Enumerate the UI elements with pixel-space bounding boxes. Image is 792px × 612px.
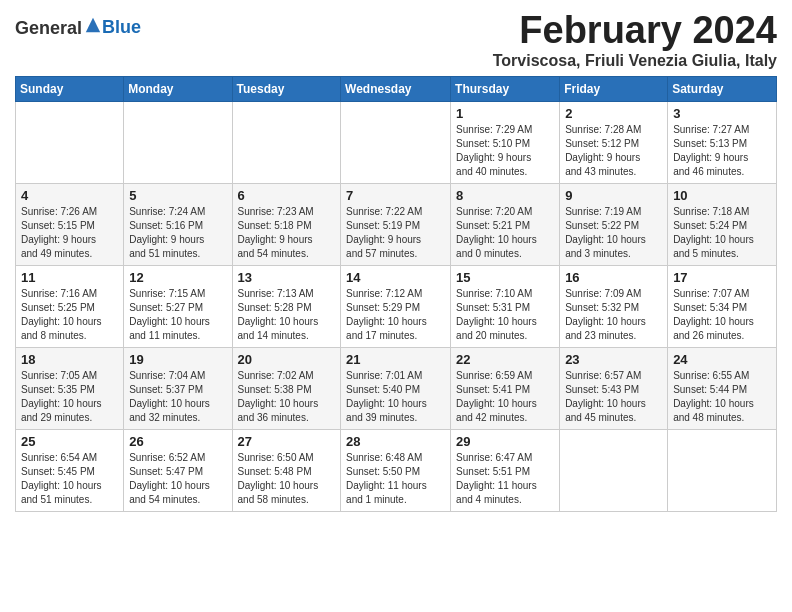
week-row-5: 25Sunrise: 6:54 AMSunset: 5:45 PMDayligh… (16, 429, 777, 511)
day-info: Sunrise: 7:26 AMSunset: 5:15 PMDaylight:… (21, 205, 118, 261)
calendar-cell: 15Sunrise: 7:10 AMSunset: 5:31 PMDayligh… (451, 265, 560, 347)
calendar-cell: 18Sunrise: 7:05 AMSunset: 5:35 PMDayligh… (16, 347, 124, 429)
calendar-cell: 29Sunrise: 6:47 AMSunset: 5:51 PMDayligh… (451, 429, 560, 511)
month-title: February 2024 (493, 10, 777, 52)
calendar-cell: 12Sunrise: 7:15 AMSunset: 5:27 PMDayligh… (124, 265, 232, 347)
day-info: Sunrise: 7:13 AMSunset: 5:28 PMDaylight:… (238, 287, 336, 343)
calendar-cell (232, 101, 341, 183)
calendar-cell: 1Sunrise: 7:29 AMSunset: 5:10 PMDaylight… (451, 101, 560, 183)
day-info: Sunrise: 7:09 AMSunset: 5:32 PMDaylight:… (565, 287, 662, 343)
week-row-1: 1Sunrise: 7:29 AMSunset: 5:10 PMDaylight… (16, 101, 777, 183)
calendar-cell: 4Sunrise: 7:26 AMSunset: 5:15 PMDaylight… (16, 183, 124, 265)
day-info: Sunrise: 6:55 AMSunset: 5:44 PMDaylight:… (673, 369, 771, 425)
calendar-cell: 16Sunrise: 7:09 AMSunset: 5:32 PMDayligh… (560, 265, 668, 347)
day-number: 27 (238, 434, 336, 449)
calendar-cell: 21Sunrise: 7:01 AMSunset: 5:40 PMDayligh… (341, 347, 451, 429)
day-info: Sunrise: 7:07 AMSunset: 5:34 PMDaylight:… (673, 287, 771, 343)
day-number: 10 (673, 188, 771, 203)
day-number: 21 (346, 352, 445, 367)
day-info: Sunrise: 7:29 AMSunset: 5:10 PMDaylight:… (456, 123, 554, 179)
calendar-cell: 7Sunrise: 7:22 AMSunset: 5:19 PMDaylight… (341, 183, 451, 265)
calendar-cell: 17Sunrise: 7:07 AMSunset: 5:34 PMDayligh… (668, 265, 777, 347)
calendar-cell: 3Sunrise: 7:27 AMSunset: 5:13 PMDaylight… (668, 101, 777, 183)
calendar-cell: 28Sunrise: 6:48 AMSunset: 5:50 PMDayligh… (341, 429, 451, 511)
day-number: 29 (456, 434, 554, 449)
calendar-cell: 26Sunrise: 6:52 AMSunset: 5:47 PMDayligh… (124, 429, 232, 511)
day-number: 28 (346, 434, 445, 449)
day-info: Sunrise: 7:28 AMSunset: 5:12 PMDaylight:… (565, 123, 662, 179)
day-info: Sunrise: 6:52 AMSunset: 5:47 PMDaylight:… (129, 451, 226, 507)
calendar-cell: 6Sunrise: 7:23 AMSunset: 5:18 PMDaylight… (232, 183, 341, 265)
day-info: Sunrise: 7:02 AMSunset: 5:38 PMDaylight:… (238, 369, 336, 425)
weekday-header-friday: Friday (560, 76, 668, 101)
day-number: 20 (238, 352, 336, 367)
day-number: 17 (673, 270, 771, 285)
calendar-cell: 14Sunrise: 7:12 AMSunset: 5:29 PMDayligh… (341, 265, 451, 347)
day-number: 11 (21, 270, 118, 285)
day-number: 23 (565, 352, 662, 367)
title-block: February 2024 Torviscosa, Friuli Venezia… (493, 10, 777, 70)
day-info: Sunrise: 7:22 AMSunset: 5:19 PMDaylight:… (346, 205, 445, 261)
day-info: Sunrise: 7:01 AMSunset: 5:40 PMDaylight:… (346, 369, 445, 425)
week-row-2: 4Sunrise: 7:26 AMSunset: 5:15 PMDaylight… (16, 183, 777, 265)
day-number: 15 (456, 270, 554, 285)
day-info: Sunrise: 6:50 AMSunset: 5:48 PMDaylight:… (238, 451, 336, 507)
day-number: 24 (673, 352, 771, 367)
day-info: Sunrise: 7:16 AMSunset: 5:25 PMDaylight:… (21, 287, 118, 343)
day-info: Sunrise: 7:15 AMSunset: 5:27 PMDaylight:… (129, 287, 226, 343)
day-number: 16 (565, 270, 662, 285)
calendar-cell: 24Sunrise: 6:55 AMSunset: 5:44 PMDayligh… (668, 347, 777, 429)
day-info: Sunrise: 6:54 AMSunset: 5:45 PMDaylight:… (21, 451, 118, 507)
day-info: Sunrise: 6:47 AMSunset: 5:51 PMDaylight:… (456, 451, 554, 507)
weekday-header-saturday: Saturday (668, 76, 777, 101)
svg-marker-0 (86, 18, 100, 32)
calendar-cell: 9Sunrise: 7:19 AMSunset: 5:22 PMDaylight… (560, 183, 668, 265)
day-number: 1 (456, 106, 554, 121)
calendar-cell: 23Sunrise: 6:57 AMSunset: 5:43 PMDayligh… (560, 347, 668, 429)
day-info: Sunrise: 7:18 AMSunset: 5:24 PMDaylight:… (673, 205, 771, 261)
day-info: Sunrise: 6:48 AMSunset: 5:50 PMDaylight:… (346, 451, 445, 507)
day-info: Sunrise: 7:20 AMSunset: 5:21 PMDaylight:… (456, 205, 554, 261)
weekday-header-wednesday: Wednesday (341, 76, 451, 101)
location-subtitle: Torviscosa, Friuli Venezia Giulia, Italy (493, 52, 777, 70)
logo-blue: Blue (102, 17, 141, 37)
logo: General Blue (15, 16, 141, 39)
day-number: 5 (129, 188, 226, 203)
day-number: 25 (21, 434, 118, 449)
weekday-header-tuesday: Tuesday (232, 76, 341, 101)
day-number: 26 (129, 434, 226, 449)
day-info: Sunrise: 7:10 AMSunset: 5:31 PMDaylight:… (456, 287, 554, 343)
calendar-cell (560, 429, 668, 511)
day-number: 12 (129, 270, 226, 285)
day-number: 8 (456, 188, 554, 203)
day-info: Sunrise: 7:12 AMSunset: 5:29 PMDaylight:… (346, 287, 445, 343)
day-info: Sunrise: 6:57 AMSunset: 5:43 PMDaylight:… (565, 369, 662, 425)
day-info: Sunrise: 7:05 AMSunset: 5:35 PMDaylight:… (21, 369, 118, 425)
calendar-cell: 2Sunrise: 7:28 AMSunset: 5:12 PMDaylight… (560, 101, 668, 183)
calendar-cell (668, 429, 777, 511)
logo-general: General (15, 18, 82, 38)
day-number: 7 (346, 188, 445, 203)
calendar-table: SundayMondayTuesdayWednesdayThursdayFrid… (15, 76, 777, 512)
day-number: 2 (565, 106, 662, 121)
day-number: 3 (673, 106, 771, 121)
calendar-cell: 20Sunrise: 7:02 AMSunset: 5:38 PMDayligh… (232, 347, 341, 429)
day-info: Sunrise: 7:24 AMSunset: 5:16 PMDaylight:… (129, 205, 226, 261)
weekday-header-monday: Monday (124, 76, 232, 101)
day-number: 14 (346, 270, 445, 285)
day-info: Sunrise: 7:23 AMSunset: 5:18 PMDaylight:… (238, 205, 336, 261)
calendar-cell (16, 101, 124, 183)
calendar-cell: 11Sunrise: 7:16 AMSunset: 5:25 PMDayligh… (16, 265, 124, 347)
calendar-cell (124, 101, 232, 183)
week-row-3: 11Sunrise: 7:16 AMSunset: 5:25 PMDayligh… (16, 265, 777, 347)
day-number: 19 (129, 352, 226, 367)
day-number: 18 (21, 352, 118, 367)
day-number: 22 (456, 352, 554, 367)
weekday-header-row: SundayMondayTuesdayWednesdayThursdayFrid… (16, 76, 777, 101)
calendar-cell: 13Sunrise: 7:13 AMSunset: 5:28 PMDayligh… (232, 265, 341, 347)
weekday-header-sunday: Sunday (16, 76, 124, 101)
day-number: 13 (238, 270, 336, 285)
calendar-cell: 22Sunrise: 6:59 AMSunset: 5:41 PMDayligh… (451, 347, 560, 429)
day-info: Sunrise: 7:19 AMSunset: 5:22 PMDaylight:… (565, 205, 662, 261)
calendar-cell: 5Sunrise: 7:24 AMSunset: 5:16 PMDaylight… (124, 183, 232, 265)
